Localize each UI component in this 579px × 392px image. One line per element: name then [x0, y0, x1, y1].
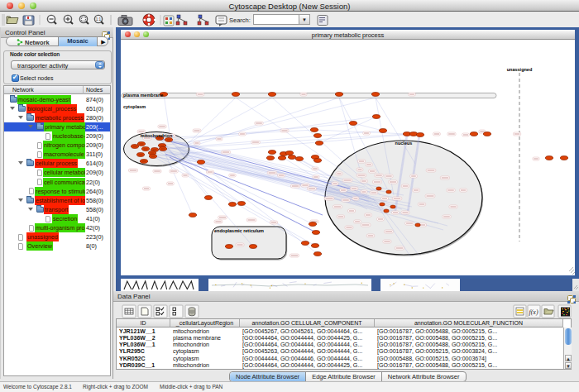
svg-text:endoplasmic reticulum: endoplasmic reticulum — [214, 228, 264, 233]
svg-text:1:1: 1:1 — [96, 17, 102, 22]
svg-text:plasma membrane: plasma membrane — [123, 93, 163, 98]
svg-text:f(x): f(x) — [529, 308, 538, 316]
svg-text:nucleus: nucleus — [395, 141, 413, 146]
svg-text:mitochondrion: mitochondrion — [141, 133, 173, 138]
svg-text:unassigned: unassigned — [507, 67, 533, 72]
svg-text:cytoplasm: cytoplasm — [123, 104, 146, 109]
